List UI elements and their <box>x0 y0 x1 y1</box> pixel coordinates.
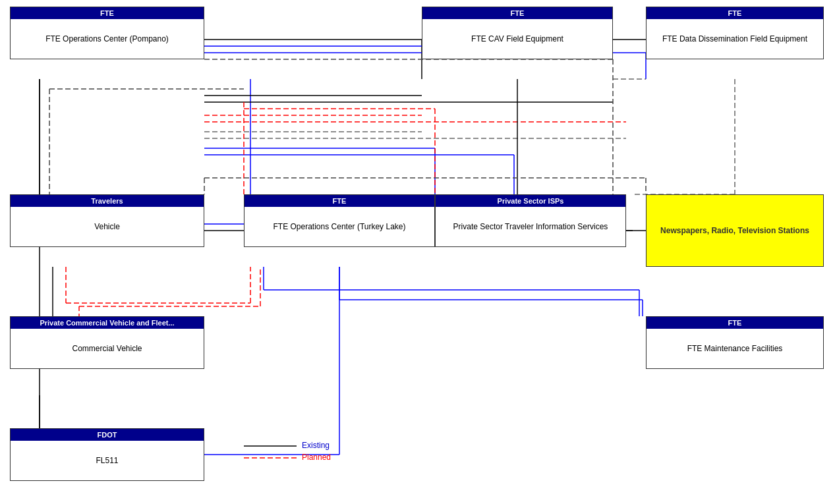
node-fte-maintenance-header: FTE <box>647 317 823 329</box>
legend-existing-label: Existing <box>302 441 330 450</box>
node-newspapers: Newspapers, Radio, Television Stations <box>646 194 824 267</box>
node-fte-maintenance-body: FTE Maintenance Facilities <box>647 329 823 368</box>
node-travelers-vehicle: Travelers Vehicle <box>10 194 204 247</box>
node-fte-cav: FTE FTE CAV Field Equipment <box>422 7 613 59</box>
node-fte-cav-body: FTE CAV Field Equipment <box>422 19 612 59</box>
node-fte-data-body: FTE Data Dissemination Field Equipment <box>647 19 823 59</box>
node-fte-cav-header: FTE <box>422 7 612 19</box>
node-private-sector-body: Private Sector Traveler Information Serv… <box>436 207 625 246</box>
node-fte-turkey-header: FTE <box>245 195 434 207</box>
legend-existing: Existing <box>244 441 331 450</box>
node-private-commercial-body: Commercial Vehicle <box>11 329 204 368</box>
node-fte-data-header: FTE <box>647 7 823 19</box>
node-private-commercial: Private Commercial Vehicle and Fleet... … <box>10 316 204 369</box>
diagram-container: FTE FTE Operations Center (Pompano) FTE … <box>0 0 835 504</box>
legend: Existing Planned <box>244 441 331 464</box>
node-fte-pompano: FTE FTE Operations Center (Pompano) <box>10 7 204 59</box>
node-private-sector: Private Sector ISPs Private Sector Trave… <box>435 194 626 247</box>
legend-planned: Planned <box>244 453 331 462</box>
node-private-sector-header: Private Sector ISPs <box>436 195 625 207</box>
node-fte-turkey-body: FTE Operations Center (Turkey Lake) <box>245 207 434 246</box>
node-private-commercial-header: Private Commercial Vehicle and Fleet... <box>11 317 204 329</box>
legend-planned-line <box>244 454 297 461</box>
legend-existing-line <box>244 442 297 449</box>
node-fdot: FDOT FL511 <box>10 428 204 481</box>
node-fte-maintenance: FTE FTE Maintenance Facilities <box>646 316 824 369</box>
node-fdot-header: FDOT <box>11 429 204 441</box>
node-fte-pompano-body: FTE Operations Center (Pompano) <box>11 19 204 59</box>
node-fte-pompano-header: FTE <box>11 7 204 19</box>
node-travelers-header: Travelers <box>11 195 204 207</box>
node-travelers-body: Vehicle <box>11 207 204 246</box>
node-fte-turkey: FTE FTE Operations Center (Turkey Lake) <box>244 194 435 247</box>
legend-planned-label: Planned <box>302 453 331 462</box>
node-fte-data: FTE FTE Data Dissemination Field Equipme… <box>646 7 824 59</box>
node-fdot-body: FL511 <box>11 441 204 480</box>
